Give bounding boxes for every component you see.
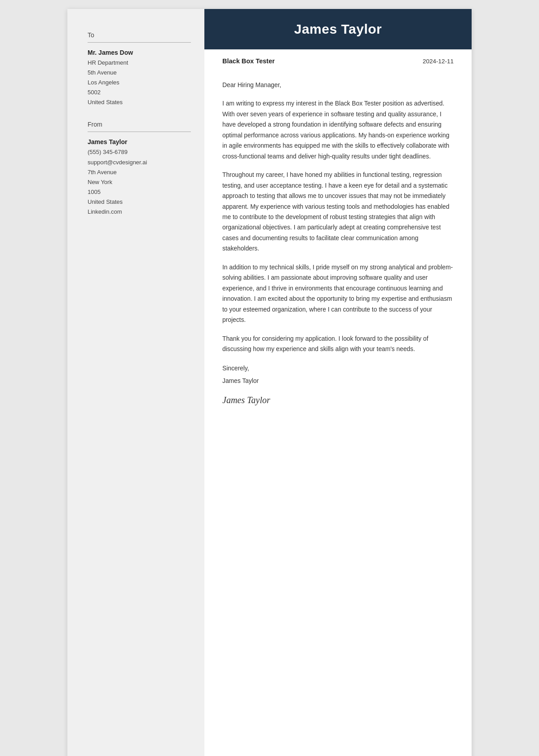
sender-name: James Taylor [88, 138, 191, 145]
recipient-country: United States [88, 97, 191, 107]
to-label: To [88, 31, 191, 39]
from-section: From James Taylor (555) 345-6789 support… [88, 121, 191, 217]
header-name: James Taylor [222, 22, 454, 37]
recipient-name: Mr. James Dow [88, 49, 191, 56]
recipient-street: 5th Avenue [88, 68, 191, 78]
letter-closing-name: James Taylor [222, 376, 454, 386]
recipient-city: Los Angeles [88, 78, 191, 88]
letter-paragraph-4: Thank you for considering my application… [222, 334, 454, 355]
sender-street: 7th Avenue [88, 167, 191, 177]
job-title-row: Black Box Tester 2024-12-11 [204, 49, 472, 70]
job-date: 2024-12-11 [423, 58, 454, 65]
main-content: James Taylor Black Box Tester 2024-12-11… [204, 9, 472, 756]
letter-paragraph-1: I am writing to express my interest in t… [222, 98, 454, 162]
letter-body: Dear Hiring Manager, I am writing to exp… [204, 70, 472, 426]
from-divider [88, 132, 191, 132]
sidebar: To Mr. James Dow HR Department 5th Avenu… [67, 9, 204, 756]
page: To Mr. James Dow HR Department 5th Avenu… [67, 9, 472, 756]
sender-website: Linkedin.com [88, 207, 191, 217]
letter-closing: Sincerely, [222, 363, 454, 374]
to-section: To Mr. James Dow HR Department 5th Avenu… [88, 31, 191, 107]
sender-info: (555) 345-6789 support@cvdesigner.ai 7th… [88, 147, 191, 217]
sender-phone: (555) 345-6789 [88, 147, 191, 157]
letter-paragraph-3: In addition to my technical skills, I pr… [222, 262, 454, 325]
header-banner: James Taylor [204, 9, 472, 49]
sender-country: United States [88, 197, 191, 207]
sender-city: New York [88, 177, 191, 187]
sender-zip: 1005 [88, 187, 191, 197]
letter-signature: James Taylor [222, 392, 454, 408]
to-divider [88, 42, 191, 43]
sender-email: support@cvdesigner.ai [88, 158, 191, 167]
recipient-info: HR Department 5th Avenue Los Angeles 500… [88, 58, 191, 107]
letter-salutation: Dear Hiring Manager, [222, 80, 454, 90]
from-label: From [88, 121, 191, 128]
recipient-department: HR Department [88, 58, 191, 68]
job-title: Black Box Tester [222, 57, 275, 65]
recipient-zip: 5002 [88, 88, 191, 97]
letter-paragraph-2: Throughout my career, I have honed my ab… [222, 170, 454, 254]
